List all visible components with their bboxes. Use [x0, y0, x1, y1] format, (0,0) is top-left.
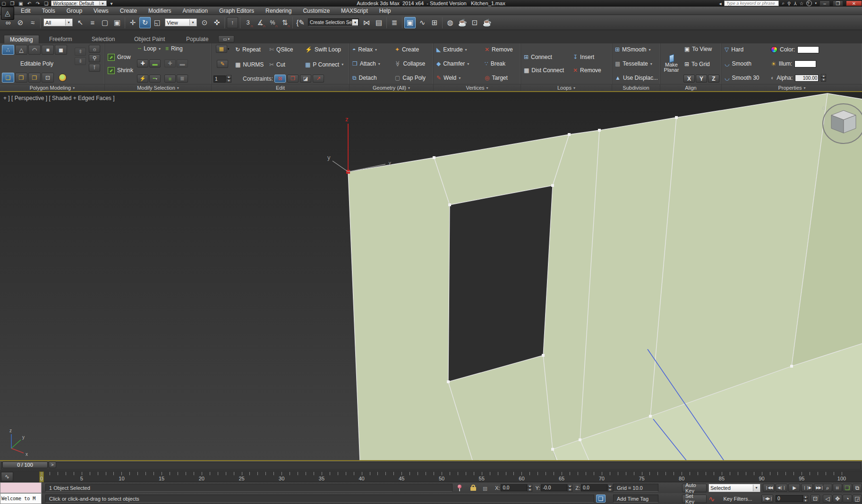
zoom-all-button[interactable] [833, 484, 842, 492]
shrink-button[interactable]: Shrink [107, 66, 134, 75]
selection-filter-dropdown[interactable]: All▾ [43, 18, 73, 26]
panel-title[interactable]: Polygon Modeling▾ [0, 84, 104, 91]
select-object-icon[interactable] [75, 17, 86, 28]
repeat-button[interactable]: Repeat [234, 45, 268, 54]
mini-curve-editor-button[interactable] [1, 472, 13, 481]
subobject-polygon-button[interactable] [42, 45, 54, 55]
save-file-button[interactable] [17, 0, 25, 6]
nurms-button[interactable]: NURMS [234, 60, 268, 69]
ring-mode-button[interactable] [164, 75, 176, 83]
rendered-frame-window-icon[interactable] [469, 17, 480, 28]
window-opening[interactable] [448, 185, 553, 382]
menu-rendering[interactable]: Rendering [261, 7, 296, 15]
menu-create[interactable]: Create [115, 7, 142, 15]
material-editor-icon[interactable] [444, 17, 456, 28]
maximize-viewport-toggle[interactable] [853, 495, 862, 503]
menu-tools[interactable]: Tools [37, 7, 60, 15]
panel-title[interactable]: Modify Selection▾ [105, 84, 211, 91]
menu-modifiers[interactable]: Modifiers [144, 7, 176, 15]
minimize-button[interactable]: – [819, 0, 830, 6]
select-and-scale-icon[interactable] [152, 17, 163, 28]
x-spinner[interactable]: ▲▼ [527, 484, 532, 492]
p-connect-dropdown[interactable]: P Connect ▾ [304, 60, 344, 69]
viewport-label[interactable]: + ] [ Perspective ] [ Shaded + Edged Fac… [3, 95, 114, 101]
chamfer-dropdown[interactable]: Chamfer ▾ [435, 59, 481, 68]
swift-loop-button[interactable]: Swift Loop [304, 45, 342, 54]
key-mode-toggle[interactable]: ❘◀▶❘ [761, 495, 773, 503]
remove-loop-button[interactable]: Remove [572, 66, 602, 75]
align-x-button[interactable]: X [683, 75, 695, 83]
smooth-30-button[interactable]: Smooth 30 [724, 73, 767, 83]
constrain-face-button[interactable] [300, 75, 311, 83]
redo-button[interactable] [34, 0, 42, 6]
alpha-input[interactable] [795, 75, 819, 82]
select-by-name-icon[interactable] [87, 17, 98, 28]
absolute-offset-toggle[interactable] [483, 484, 487, 493]
go-to-start-button[interactable]: ❘◀◀ [763, 484, 775, 492]
next-frame-arrow[interactable]: > [49, 462, 56, 468]
use-displacement-button[interactable]: Use Displac... [614, 73, 658, 83]
dist-connect-button[interactable]: Dist Connect [523, 66, 572, 75]
remove-vertex-button[interactable]: Remove [484, 45, 514, 54]
collapse-button[interactable]: Collapse [394, 59, 427, 68]
select-and-manipulate-icon[interactable] [211, 17, 222, 28]
menu-edit[interactable]: Edit [16, 7, 35, 15]
relax-dropdown[interactable]: Relax ▾ [351, 45, 391, 54]
constrain-edge-button[interactable] [287, 75, 299, 83]
render-setup-icon[interactable] [457, 17, 468, 28]
subobject-edge-button[interactable] [15, 45, 27, 55]
isolate-selection-toggle[interactable] [596, 495, 606, 503]
soft-selection-orb-icon[interactable] [59, 74, 67, 82]
shift-down-stack-button[interactable] [75, 57, 86, 65]
project-folder-button[interactable] [43, 0, 50, 6]
zoom-extents-button[interactable] [843, 484, 852, 492]
tab-object-paint[interactable]: Object Paint [128, 35, 171, 43]
constrain-none-button[interactable] [274, 75, 286, 83]
ribbon-minimize-button[interactable] [218, 35, 234, 42]
time-slider-track[interactable] [1, 462, 861, 470]
menu-customize[interactable]: Customize [298, 7, 334, 15]
maxscript-listener-pane[interactable]: Welcome to M [0, 493, 42, 504]
menu-graph-editors[interactable]: Graph Editors [214, 7, 259, 15]
keyboard-override-toggle[interactable] [227, 17, 238, 28]
tab-modeling[interactable]: Modeling [4, 35, 39, 43]
app-logo[interactable] [1, 0, 14, 20]
align-y-button[interactable]: Y [696, 75, 707, 83]
layer-manager-icon[interactable] [389, 17, 400, 28]
use-pivot-center-icon[interactable] [199, 17, 210, 28]
y-spinner[interactable]: ▲▼ [567, 484, 572, 492]
angle-snap-toggle[interactable]: ∩ [255, 17, 266, 28]
menu-animation[interactable]: Animation [178, 7, 213, 15]
selection-set-dropdown[interactable]: Selected▾ [708, 484, 760, 492]
zoom-button[interactable] [823, 484, 832, 492]
loop-dropdown[interactable]: Loop ▾ [137, 45, 162, 52]
favorites-star-icon[interactable] [800, 1, 804, 6]
subobject-vertex-button[interactable] [2, 45, 14, 55]
home-icon[interactable]: ⌂ [822, 104, 825, 111]
pin-stack-button[interactable] [89, 54, 100, 62]
cap-poly-button[interactable]: Cap Poly [394, 73, 427, 83]
help-chevron-icon[interactable]: ▾ [815, 1, 817, 5]
mirror-icon[interactable] [361, 17, 372, 28]
bind-to-spacewarp-icon[interactable] [27, 17, 38, 28]
track-bar[interactable]: 0510152025303540455055606570758085909510… [0, 470, 862, 482]
dot-loop-button[interactable] [149, 75, 161, 83]
align-z-button[interactable]: Z [708, 75, 719, 83]
attach-dropdown[interactable]: Attach ▾ [351, 59, 391, 68]
modify-mode-button[interactable] [2, 73, 14, 83]
perspective-viewport[interactable]: z y x ⌂ x y [0, 91, 862, 461]
align-to-view-button[interactable]: To View [683, 45, 719, 53]
tweak-uvw-button[interactable] [217, 60, 228, 68]
select-and-move-icon[interactable] [127, 17, 138, 28]
next-frame-button[interactable]: ❘❘▶ [801, 484, 813, 492]
close-button[interactable]: ✕ [846, 0, 862, 6]
workspace-dropdown[interactable]: Workspace: Default▾ [51, 0, 107, 6]
spinner-snap-toggle[interactable]: ∩ [279, 17, 290, 28]
key-filters-button[interactable]: Key Filters... [717, 495, 759, 503]
y-coord-input[interactable] [541, 484, 567, 491]
connect-button[interactable]: Connect [523, 52, 572, 62]
search-input[interactable] [724, 0, 779, 6]
play-button[interactable]: ▶ [788, 484, 800, 492]
make-planar-button[interactable]: MakePlanar [662, 45, 681, 83]
subobject-element-button[interactable] [55, 45, 67, 55]
